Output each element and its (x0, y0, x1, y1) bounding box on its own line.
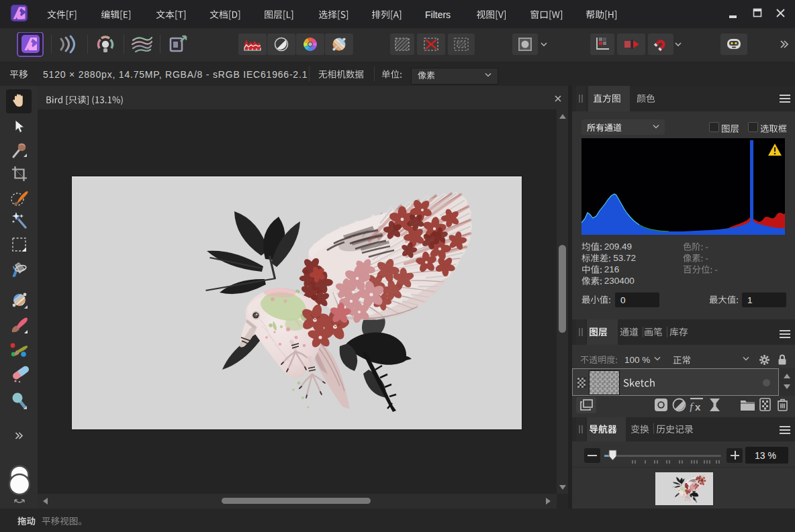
svg-text:f: f (690, 401, 694, 412)
svg-text:x: x (695, 401, 701, 412)
